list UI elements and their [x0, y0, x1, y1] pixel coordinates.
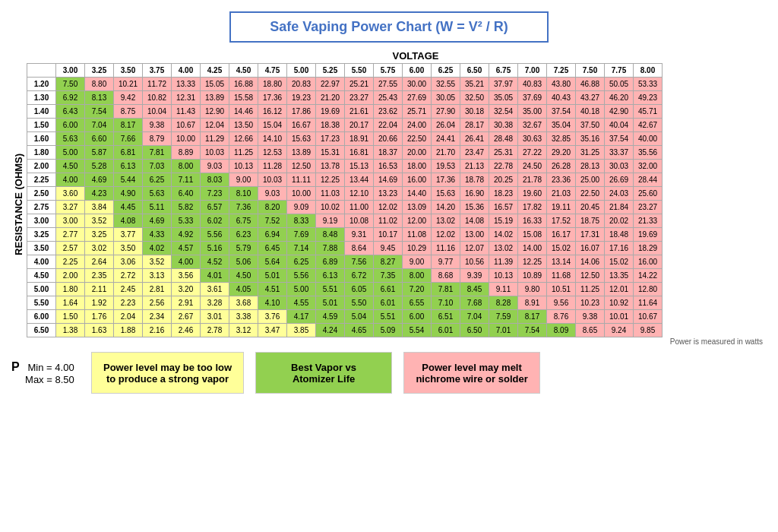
power-cell: 13.02	[432, 214, 460, 228]
power-cell: 6.72	[345, 269, 374, 283]
table-row: 5.501.641.922.232.562.913.283.684.104.55…	[27, 296, 663, 310]
power-cell: 15.36	[460, 201, 489, 214]
resistance-value: 6.50	[27, 324, 56, 337]
power-cell: 7.52	[258, 214, 287, 228]
voltage-header: 6.25	[432, 64, 460, 78]
power-cell: 20.17	[345, 119, 374, 132]
resistance-label: RESISTANCE (OHMS)	[11, 63, 25, 346]
power-cell: 10.01	[605, 310, 634, 324]
power-cell: 11.64	[634, 296, 663, 310]
power-cell: 8.89	[172, 146, 201, 160]
power-cell: 17.36	[432, 173, 460, 187]
voltage-header: 8.00	[634, 64, 663, 78]
power-cell: 22.50	[576, 187, 605, 201]
power-cell: 4.50	[229, 269, 258, 283]
power-cell: 2.46	[172, 324, 201, 337]
power-cell: 10.02	[316, 201, 345, 214]
power-cell: 3.28	[201, 296, 229, 310]
power-cell: 9.03	[258, 187, 287, 201]
power-cell: 7.11	[172, 173, 201, 187]
power-cell: 5.51	[374, 310, 403, 324]
power-cell: 7.68	[460, 296, 489, 310]
power-cell: 10.82	[143, 91, 172, 105]
power-cell: 40.83	[518, 78, 547, 91]
power-cell: 8.10	[229, 187, 258, 201]
power-cell: 25.71	[403, 105, 432, 119]
power-cell: 13.35	[605, 269, 634, 283]
power-cell: 4.05	[229, 283, 258, 296]
power-cell: 18.91	[345, 132, 374, 146]
power-cell: 5.44	[114, 173, 143, 187]
power-cell: 4.02	[143, 242, 172, 255]
power-cell: 15.63	[432, 187, 460, 201]
power-cell: 1.38	[56, 324, 85, 337]
voltage-header: 6.75	[489, 64, 518, 78]
power-cell: 8.68	[432, 269, 460, 283]
power-cell: 20.02	[605, 214, 634, 228]
power-cell: 4.55	[287, 296, 316, 310]
power-cell: 7.04	[460, 310, 489, 324]
power-cell: 5.16	[201, 242, 229, 255]
page-title: Safe Vaping Power Chart (W = V² / R)	[270, 19, 508, 35]
power-cell: 9.38	[143, 119, 172, 132]
power-cell: 30.18	[460, 105, 489, 119]
power-cell: 7.03	[143, 160, 172, 173]
power-cell: 18.00	[403, 160, 432, 173]
power-cell: 8.17	[518, 310, 547, 324]
power-cell: 25.00	[576, 173, 605, 187]
power-cell: 8.76	[547, 310, 576, 324]
power-cell: 50.05	[605, 78, 634, 91]
power-cell: 3.01	[201, 310, 229, 324]
power-cell: 19.23	[287, 91, 316, 105]
power-cell: 24.41	[432, 132, 460, 146]
power-cell: 15.02	[547, 242, 576, 255]
table-row: 2.004.505.286.137.038.009.0310.1311.2812…	[27, 160, 663, 173]
power-cell: 5.63	[143, 187, 172, 201]
power-cell: 16.00	[634, 255, 663, 269]
power-cell: 3.47	[258, 324, 287, 337]
power-cell: 5.28	[85, 160, 114, 173]
voltage-header: 7.25	[547, 64, 576, 78]
power-cell: 9.09	[287, 201, 316, 214]
power-cell: 53.33	[634, 78, 663, 91]
power-cell: 7.56	[345, 255, 374, 269]
power-cell: 9.38	[576, 310, 605, 324]
power-cell: 2.67	[172, 310, 201, 324]
resistance-value: 1.60	[27, 132, 56, 146]
resistance-value: 2.00	[27, 160, 56, 173]
power-cell: 7.10	[432, 296, 460, 310]
table-row: 1.805.005.876.817.818.8910.0311.2512.531…	[27, 146, 663, 160]
power-cell: 13.23	[374, 187, 403, 201]
power-cell: 42.67	[634, 119, 663, 132]
power-cell: 3.52	[85, 214, 114, 228]
power-cell: 19.53	[432, 160, 460, 173]
power-cell: 10.04	[143, 105, 172, 119]
power-cell: 8.45	[460, 283, 489, 296]
power-cell: 10.67	[172, 119, 201, 132]
voltage-header: 6.00	[403, 64, 432, 78]
power-cell: 6.81	[114, 146, 143, 160]
power-cell: 11.29	[201, 132, 229, 146]
power-cell: 5.64	[258, 255, 287, 269]
voltage-header: 5.75	[374, 64, 403, 78]
power-cell: 3.20	[172, 283, 201, 296]
power-cell: 6.92	[56, 91, 85, 105]
power-cell: 40.00	[634, 132, 663, 146]
power-cell: 21.33	[634, 214, 663, 228]
power-cell: 12.07	[460, 242, 489, 255]
power-cell: 2.16	[143, 324, 172, 337]
resistance-value: 4.50	[27, 269, 56, 283]
power-cell: 4.00	[56, 173, 85, 187]
power-cell: 8.33	[287, 214, 316, 228]
resistance-value: 5.50	[27, 296, 56, 310]
power-cell: 6.60	[85, 132, 114, 146]
power-cell: 8.27	[374, 255, 403, 269]
power-cell: 24.50	[518, 160, 547, 173]
power-cell: 2.64	[85, 255, 114, 269]
table-row: 2.753.273.844.455.115.826.577.368.209.09…	[27, 201, 663, 214]
power-cell: 17.36	[258, 91, 287, 105]
resistance-value: 1.20	[27, 78, 56, 91]
power-cell: 4.52	[201, 255, 229, 269]
table-row: 4.502.002.352.723.133.564.014.505.015.56…	[27, 269, 663, 283]
power-cell: 4.33	[143, 228, 172, 242]
